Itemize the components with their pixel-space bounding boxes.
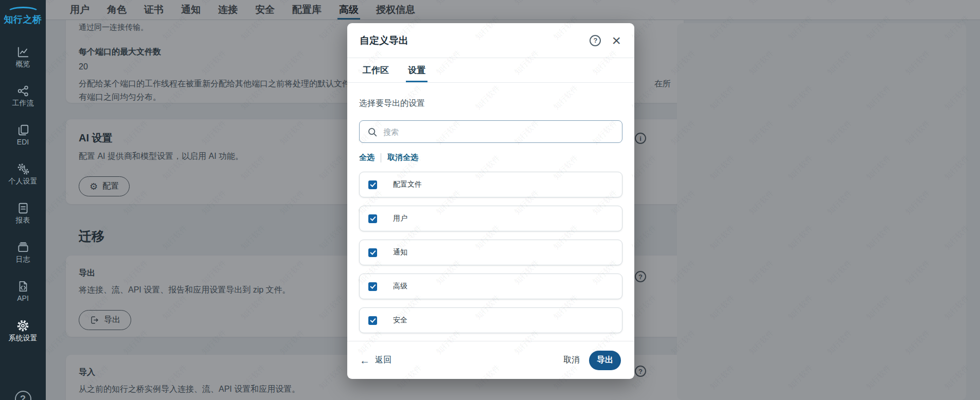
sidebar-item-label: 系统设置 xyxy=(9,334,38,342)
sidebar-item-overview[interactable]: 概览 xyxy=(0,37,46,76)
dialog-title: 自定义导出 xyxy=(360,34,590,47)
line-chart-icon xyxy=(16,45,30,59)
tab-settings[interactable]: 设置 xyxy=(408,58,425,82)
sidebar-item-label: EDI xyxy=(17,138,29,146)
sidebar: 知行之桥 概览 工作流 EDI xyxy=(0,0,46,400)
sidebar-item-label: 报表 xyxy=(16,216,30,224)
export-option-row[interactable]: 高级 xyxy=(359,274,622,299)
sidebar-item-label: 概览 xyxy=(16,60,30,68)
export-option-row[interactable]: 安全 xyxy=(359,307,622,333)
back-button-label: 返回 xyxy=(375,355,391,366)
sidebar-item-label: API xyxy=(17,295,29,302)
checkbox-checked-icon[interactable] xyxy=(368,316,377,325)
help-icon[interactable]: ? xyxy=(15,391,31,400)
option-label: 高级 xyxy=(393,282,407,291)
checkbox-checked-icon[interactable] xyxy=(368,214,377,223)
double-gear-icon xyxy=(16,162,30,176)
sidebar-item-profile-settings[interactable]: 个人设置 xyxy=(0,154,46,193)
export-options-list: 配置文件 用户 通知 高级 安全 xyxy=(359,172,622,333)
custom-export-dialog: 自定义导出 ? × 工作区 设置 选择要导出的设置 全选 取消全选 配置文件 xyxy=(347,23,634,379)
sidebar-item-logs[interactable]: 日志 xyxy=(0,232,46,271)
workflow-nodes-icon xyxy=(16,84,30,98)
deselect-all-link[interactable]: 取消全选 xyxy=(387,153,418,162)
search-input[interactable] xyxy=(382,121,614,142)
dialog-tab-bar: 工作区 设置 xyxy=(347,58,634,83)
checkbox-checked-icon[interactable] xyxy=(368,180,377,189)
export-submit-button[interactable]: 导出 xyxy=(589,351,621,370)
api-file-icon xyxy=(16,280,30,293)
report-document-icon xyxy=(16,202,30,215)
export-option-row[interactable]: 通知 xyxy=(359,240,622,265)
checkbox-checked-icon[interactable] xyxy=(368,248,377,257)
option-label: 通知 xyxy=(393,248,407,257)
close-icon[interactable]: × xyxy=(612,35,621,46)
option-label: 用户 xyxy=(393,214,407,223)
logs-stack-icon xyxy=(16,241,30,254)
arrow-left-icon: ← xyxy=(360,355,370,366)
option-label: 安全 xyxy=(393,316,407,325)
sidebar-item-workflow[interactable]: 工作流 xyxy=(0,76,46,115)
sidebar-item-api[interactable]: API xyxy=(0,271,46,311)
sidebar-item-reports[interactable]: 报表 xyxy=(0,193,46,232)
option-label: 配置文件 xyxy=(393,180,422,189)
back-button[interactable]: ← 返回 xyxy=(360,355,563,366)
app-logo: 知行之桥 xyxy=(0,13,46,26)
tab-workspace[interactable]: 工作区 xyxy=(363,58,389,82)
link-divider xyxy=(381,153,381,162)
checkbox-checked-icon[interactable] xyxy=(368,282,377,291)
sidebar-item-label: 日志 xyxy=(16,256,30,263)
search-box xyxy=(359,120,622,143)
dialog-help-icon[interactable]: ? xyxy=(590,35,601,46)
sidebar-item-label: 个人设置 xyxy=(9,177,38,185)
sidebar-item-edi[interactable]: EDI xyxy=(0,115,46,154)
app-root: 通过同一连接传输。 每个端口的最大文件数 20 分配给某个端口的工作线程在被重新… xyxy=(0,0,980,400)
sidebar-item-system-settings[interactable]: 系统设置 xyxy=(0,311,46,350)
gear-icon xyxy=(16,319,30,333)
export-option-row[interactable]: 用户 xyxy=(359,206,622,231)
select-all-link[interactable]: 全选 xyxy=(359,153,375,162)
search-icon xyxy=(367,126,378,138)
sidebar-item-label: 工作流 xyxy=(12,99,34,107)
export-option-row[interactable]: 配置文件 xyxy=(359,172,622,197)
section-label: 选择要导出的设置 xyxy=(359,98,425,109)
copy-pages-icon xyxy=(16,123,30,137)
cancel-button[interactable]: 取消 xyxy=(563,355,580,366)
